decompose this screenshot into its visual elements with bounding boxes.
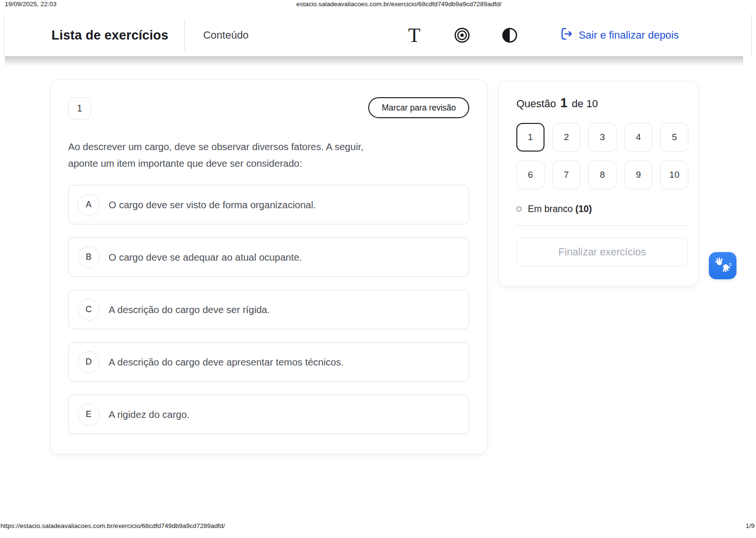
logout-icon <box>559 27 574 44</box>
sign-language-hands-icon <box>713 255 733 277</box>
question-text-line1: Ao descrever um cargo, deve se observar … <box>68 138 469 155</box>
question-nav-7[interactable]: 7 <box>553 161 581 189</box>
question-nav-9[interactable]: 9 <box>625 161 653 189</box>
question-number-grid: 1 2 3 4 5 6 7 8 9 10 <box>516 123 688 189</box>
exit-and-finish-later-link[interactable]: Sair e finalizar depois <box>559 27 679 44</box>
question-nav-4[interactable]: 4 <box>625 123 653 152</box>
options-list: A O cargo deve ser visto de forma organi… <box>68 185 469 434</box>
progress-current: 1 <box>560 96 567 111</box>
blank-count: (10) <box>575 203 592 214</box>
option-a[interactable]: A O cargo deve ser visto de forma organi… <box>68 185 469 224</box>
sidebar-divider <box>516 225 686 226</box>
app-header: Lista de exercícios Conteúdo T <box>4 14 752 56</box>
option-d-letter: D <box>78 351 100 373</box>
header-toolbar: T <box>406 27 518 44</box>
option-a-letter: A <box>78 194 100 216</box>
option-e-letter: E <box>78 404 100 426</box>
focus-target-icon[interactable] <box>454 27 471 44</box>
question-card-header: 1 Marcar para revisão <box>68 97 469 120</box>
number-grid-row-1: 1 2 3 4 5 <box>516 123 688 152</box>
option-e[interactable]: E A rigidez do cargo. <box>68 395 469 434</box>
empty-ring-icon <box>516 206 522 212</box>
option-c[interactable]: C A descrição do cargo deve ser rígida. <box>68 290 469 329</box>
question-nav-10[interactable]: 10 <box>660 161 688 189</box>
text-size-icon[interactable]: T <box>406 27 423 44</box>
option-a-text: O cargo deve ser visto de forma organiza… <box>109 199 316 211</box>
option-c-text: A descrição do cargo deve ser rígida. <box>109 304 270 315</box>
exit-link-label: Sair e finalizar depois <box>579 29 679 41</box>
option-c-letter: C <box>78 299 100 321</box>
progress-prefix: Questão <box>516 98 556 110</box>
option-e-text: A rigidez do cargo. <box>109 409 190 420</box>
number-grid-row-2: 6 7 8 9 10 <box>516 161 688 189</box>
option-b[interactable]: B O cargo deve se adequar ao atual ocupa… <box>68 237 469 277</box>
print-url: estacio.saladeavaliacoes.com.br/exercici… <box>296 0 502 8</box>
option-d-text: A descrição do cargo deve apresentar tem… <box>109 356 343 368</box>
question-nav-1[interactable]: 1 <box>516 123 544 152</box>
question-navigator-card: Questão 1 de 10 1 2 3 4 5 6 7 8 9 10 E <box>498 81 698 286</box>
contrast-icon[interactable] <box>501 27 518 44</box>
print-footer-url: https://estacio.saladeavaliacoes.com.br/… <box>0 522 225 529</box>
question-text: Ao descrever um cargo, deve se observar … <box>68 138 469 172</box>
header-divider <box>184 20 185 51</box>
printed-page: 19/09/2025, 22:03 estacio.saladeavaliaco… <box>0 0 756 538</box>
question-progress: Questão 1 de 10 <box>516 96 688 111</box>
header-shadow <box>5 56 743 69</box>
blank-status-row: Em branco (10) <box>516 203 688 214</box>
tab-conteudo[interactable]: Conteúdo <box>203 29 248 41</box>
question-number-badge: 1 <box>68 97 91 120</box>
question-nav-3[interactable]: 3 <box>588 123 616 152</box>
handtalk-accessibility-button[interactable] <box>709 252 736 279</box>
mark-for-review-button[interactable]: Marcar para revisão <box>368 97 469 118</box>
option-b-text: O cargo deve se adequar ao atual ocupant… <box>109 252 302 263</box>
blank-label: Em branco (10) <box>528 203 592 214</box>
question-card: 1 Marcar para revisão Ao descrever um ca… <box>50 80 487 454</box>
option-d[interactable]: D A descrição do cargo deve apresentar t… <box>68 342 469 382</box>
page-title: Lista de exercícios <box>51 28 168 43</box>
question-nav-8[interactable]: 8 <box>588 161 616 189</box>
question-nav-2[interactable]: 2 <box>553 123 581 152</box>
finish-exercises-button[interactable]: Finalizar exercícios <box>516 238 688 266</box>
print-datetime: 19/09/2025, 22:03 <box>5 0 57 8</box>
print-page-indicator: 1/9 <box>746 522 755 529</box>
question-nav-5[interactable]: 5 <box>660 123 688 152</box>
question-text-line2: aponte um item importante que deve ser c… <box>68 155 469 172</box>
progress-suffix: de 10 <box>572 98 598 110</box>
option-b-letter: B <box>78 246 100 268</box>
question-nav-6[interactable]: 6 <box>516 161 544 189</box>
